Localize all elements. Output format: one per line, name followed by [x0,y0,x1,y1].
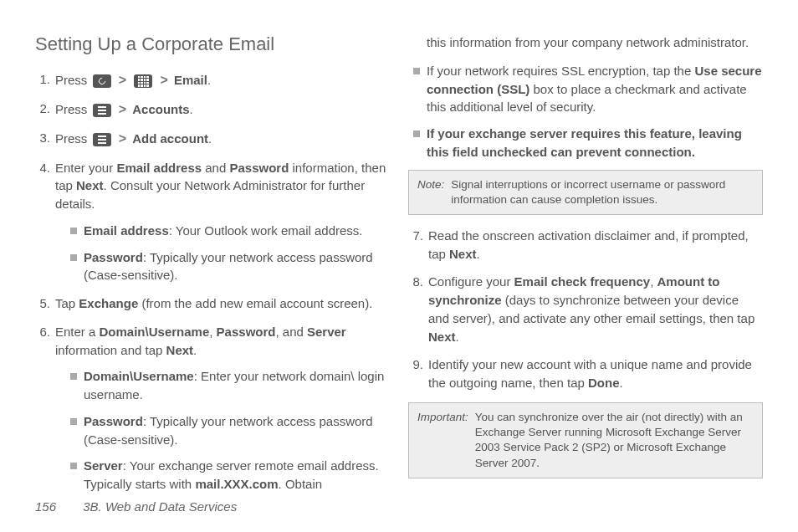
ssl-sub: If your network requires SSL encryption,… [413,62,763,116]
chevron-right-icon: > [119,70,126,90]
step-6-sub-2: Password: Typically your network access … [70,412,390,449]
apps-grid-icon [134,74,152,88]
step-5: 5. Tap Exchange (from the add new email … [35,294,390,313]
bullet-icon [70,228,77,234]
chevron-right-icon: > [119,100,126,119]
step-1: 1. Press > > Email. [35,70,390,90]
page-content: Setting Up a Corporate Email 1. Press > … [0,0,798,504]
page-number: 156 [35,499,56,514]
step-4-sub-1: Email address: Your Outlook work email a… [70,222,390,240]
step-6-continued: this information from your company netwo… [413,33,763,52]
step-4-sub-2: Password: Typically your network access … [70,248,390,285]
bullet-icon [413,68,420,74]
chevron-right-icon: > [119,129,126,148]
section-heading: Setting Up a Corporate Email [35,33,390,55]
bullet-icon [70,254,77,261]
bullet-icon [70,463,77,469]
ssl-warning: If your exchange server requires this fe… [413,125,763,161]
bullet-icon [70,418,77,425]
section-footer-title: 3B. Web and Data Services [83,499,237,514]
home-icon [93,74,111,88]
step-4: 4. Enter your Email address and Password… [35,159,390,285]
bullet-icon [413,130,420,137]
page-footer: 156 3B. Web and Data Services [35,499,237,514]
step-9: 9. Identify your new account with a uniq… [408,356,763,392]
step-6: 6. Enter a Domain\Username, Password, an… [35,323,390,494]
step-7: 7. Read the onscreen activation disclaim… [408,227,763,263]
left-column: Setting Up a Corporate Email 1. Press > … [35,33,390,504]
step-6-sub-1: Domain\Username: Enter your network doma… [70,367,390,404]
right-column: this information from your company netwo… [408,33,763,504]
important-box: Important: You can synchronize over the … [408,402,763,478]
step-2: 2. Press > Accounts. [35,100,390,119]
step-8: 8. Configure your Email check frequency,… [408,273,763,345]
step-6-sub-3: Server: Your exchange server remote emai… [70,457,390,494]
note-box: Note: Signal interruptions or incorrect … [408,170,763,215]
chevron-right-icon: > [160,70,167,90]
step-3: 3. Press > Add account. [35,129,390,148]
menu-icon [93,104,111,117]
menu-icon [93,133,111,146]
bullet-icon [70,373,77,380]
